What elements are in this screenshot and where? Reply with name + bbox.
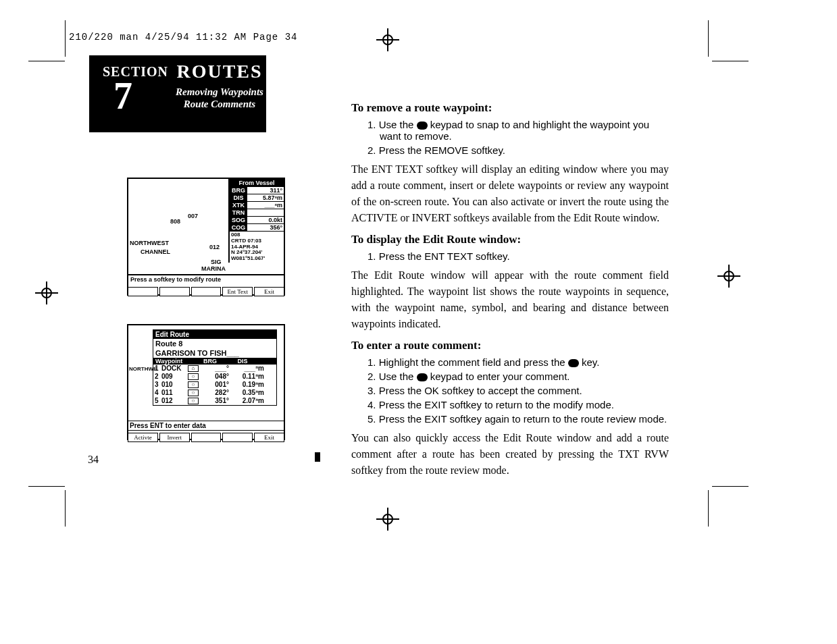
col-header: BRG xyxy=(194,358,226,365)
softkey[interactable] xyxy=(222,433,253,442)
section-subtitle: Route Comments xyxy=(162,99,277,110)
field-label: COG xyxy=(230,224,247,231)
register-mark-icon xyxy=(382,34,394,46)
softkey[interactable] xyxy=(128,287,158,296)
gps-screen-1: 808 007 NORTHWEST CHANNEL 012 SIG MARINA… xyxy=(127,178,285,296)
panel-header: From Vessel xyxy=(230,179,284,187)
heading: To remove a route waypoint: xyxy=(351,101,669,115)
field-label: DIS xyxy=(230,194,247,201)
page-number: 34 xyxy=(88,454,99,466)
waypoint-row: 4011○282°0.35ⁿm xyxy=(153,389,276,397)
step: 4. Press the EXIT softkey to return to t… xyxy=(367,399,669,410)
register-mark-icon xyxy=(41,287,53,299)
map-label: 007 xyxy=(188,213,198,219)
from-vessel-panel: From Vessel BRG311° DIS5.87ⁿm XTK___ⁿm T… xyxy=(228,179,284,263)
map-area: 808 007 NORTHWEST CHANNEL 012 SIG MARINA xyxy=(128,179,230,273)
crop-mark xyxy=(712,61,749,61)
step: 2. Press the REMOVE softkey. xyxy=(367,144,669,156)
softkey[interactable] xyxy=(191,433,222,442)
field-value xyxy=(247,209,284,216)
status-bar: Press ENT to enter data xyxy=(127,421,285,431)
waypoint-row: 3010○001°0.19ⁿm xyxy=(153,381,276,389)
map-label: MARINA xyxy=(201,265,226,272)
softkey[interactable] xyxy=(191,287,222,296)
keypad-icon xyxy=(417,122,428,130)
register-mark-icon xyxy=(382,513,394,525)
map-label: CHANNEL xyxy=(141,248,170,255)
field-value: 0.0kt xyxy=(247,217,284,223)
heading: To display the Edit Route window: xyxy=(351,233,669,246)
crop-mark xyxy=(65,20,66,57)
col-header: DIS xyxy=(226,358,259,365)
step: 5. Press the EXIT softkey again to retur… xyxy=(367,413,669,425)
paragraph: The Edit Route window will appear with t… xyxy=(351,267,669,332)
softkey-row: Activte Invert Exit xyxy=(127,432,285,443)
heading: To enter a route comment: xyxy=(351,339,669,352)
softkey-ent-text[interactable]: Ent Text xyxy=(222,287,253,296)
ent-key-icon xyxy=(568,359,579,367)
field-label: SOG xyxy=(230,217,247,223)
route-name: GARRISON TO FISH___ xyxy=(153,348,276,358)
softkey-activte[interactable]: Activte xyxy=(128,433,158,442)
edit-route-window: Edit Route Route 8 GARRISON TO FISH___ W… xyxy=(153,329,277,406)
crop-mark xyxy=(28,486,65,487)
field-value: 356° xyxy=(247,224,284,231)
step: 3. Press the OK softkey to accept the co… xyxy=(367,385,669,396)
register-mark-icon xyxy=(723,270,735,282)
field-label: XTK xyxy=(230,202,247,209)
softkey-invert[interactable]: Invert xyxy=(159,433,190,442)
step: 1. Press the ENT TEXT softkey. xyxy=(367,250,669,262)
map-label: SIG xyxy=(211,259,222,265)
map-label: NORTHWEST xyxy=(130,240,169,246)
waypoint-row: 2009○048°0.11ⁿm xyxy=(153,373,276,381)
color-bar-icon xyxy=(315,452,320,462)
info-line: W081°51.067' xyxy=(231,256,282,262)
crop-mark xyxy=(28,61,65,61)
waypoint-row: 1DOCK⌂___°___ⁿm xyxy=(153,365,276,373)
paragraph: The ENT TEXT softkey will display an edi… xyxy=(351,161,669,226)
map-label: 808 xyxy=(170,218,180,225)
col-header: Waypoint xyxy=(153,358,194,365)
step: 2. Use the keypad to enter your comment. xyxy=(367,371,669,382)
section-title: ROUTES xyxy=(162,62,277,81)
section-header-box: SECTION 7 ROUTES Removing Waypoints Rout… xyxy=(89,55,266,132)
print-header: 210/220 man 4/25/94 11:32 AM Page 34 xyxy=(69,32,297,43)
field-value: 311° xyxy=(247,187,284,194)
crop-mark xyxy=(712,486,749,487)
section-label: SECTION xyxy=(103,65,168,78)
crop-mark xyxy=(65,490,66,527)
map-label: 012 xyxy=(209,244,220,250)
column-headers: Waypoint BRG DIS xyxy=(153,358,276,365)
window-title: Edit Route xyxy=(153,330,276,339)
waypoint-row: 5012○351°2.07ⁿm xyxy=(153,397,276,405)
field-label: TRN xyxy=(230,209,247,216)
section-subtitle: Removing Waypoints xyxy=(162,86,277,98)
crop-mark xyxy=(708,490,709,527)
field-value: ___ⁿm xyxy=(247,202,284,209)
paragraph: You can also quickly access the Edit Rou… xyxy=(351,430,669,479)
crop-mark xyxy=(708,20,709,57)
keypad-icon xyxy=(417,373,428,381)
step: 1. Use the keypad to snap to and highlig… xyxy=(367,119,669,142)
softkey[interactable] xyxy=(159,287,190,296)
field-label: BRG xyxy=(230,187,247,194)
route-number: Route 8 xyxy=(153,339,276,348)
field-value: 5.87ⁿm xyxy=(247,194,284,201)
step: 1. Highlight the comment field and press… xyxy=(367,356,669,368)
softkey-exit[interactable]: Exit xyxy=(254,287,284,296)
section-number: 7 xyxy=(113,77,132,115)
body-text-column: To remove a route waypoint: 1. Use the k… xyxy=(351,95,669,484)
status-bar: Press a softkey to modify route xyxy=(128,274,284,284)
softkey-row: Ent Text Exit xyxy=(127,286,285,297)
softkey-exit[interactable]: Exit xyxy=(254,433,284,442)
